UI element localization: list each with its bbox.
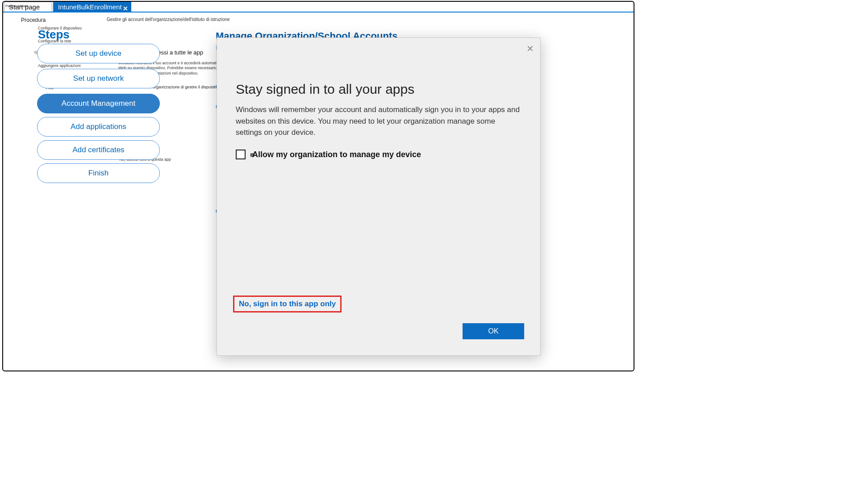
stay-signed-in-dialog: ✕ Stay signed in to all your apps Window… bbox=[217, 37, 541, 356]
checkbox-icon[interactable] bbox=[236, 150, 246, 159]
allow-manage-row[interactable]: ▩ Allow my organization to manage my dev… bbox=[236, 150, 421, 159]
link-only-label: No, sign in to this app only bbox=[239, 300, 336, 308]
tab-intune[interactable]: IntuneBulkEnrollment ✕ bbox=[53, 2, 131, 12]
tab-start-tiny: Pagina iniziale bbox=[5, 1, 29, 11]
ok-button[interactable]: OK bbox=[463, 323, 524, 339]
bg-add-app: Aggiungere applicazioni bbox=[38, 63, 81, 68]
ok-label: OK bbox=[488, 327, 498, 335]
step-setup-device[interactable]: Set up device bbox=[37, 44, 160, 63]
step-label: Set up network bbox=[73, 74, 124, 83]
step-label: Set up device bbox=[75, 49, 121, 58]
step-add-applications[interactable]: Add applications bbox=[37, 117, 160, 137]
step-account-management[interactable]: Account Management bbox=[37, 94, 160, 113]
steps-heading: Steps bbox=[38, 28, 70, 42]
sign-in-this-app-only-link[interactable]: No, sign in to this app only bbox=[233, 296, 342, 312]
tab-intune-label: IntuneBulkEnrollment bbox=[58, 3, 122, 11]
dialog-title: Stay signed in to all your apps bbox=[236, 82, 414, 97]
step-setup-network[interactable]: Set up network bbox=[37, 69, 160, 88]
close-icon[interactable]: ✕ bbox=[526, 43, 534, 54]
tab-strip: Pagina iniziale Start page IntuneBulkEnr… bbox=[3, 2, 634, 12]
allow-manage-label: Allow my organization to manage my devic… bbox=[252, 150, 421, 159]
step-label: Add certificates bbox=[72, 146, 124, 154]
step-label: Finish bbox=[88, 169, 108, 178]
step-label: Add applications bbox=[71, 122, 126, 131]
dialog-body: Windows will remember your account and a… bbox=[236, 104, 521, 138]
step-label: Account Management bbox=[62, 99, 135, 108]
step-finish[interactable]: Finish bbox=[37, 163, 160, 183]
procedura-label: Procedura bbox=[21, 17, 46, 23]
close-icon[interactable]: ✕ bbox=[123, 4, 128, 13]
step-add-certificates[interactable]: Add certificates bbox=[37, 140, 160, 160]
window-frame: Pagina iniziale Start page IntuneBulkEnr… bbox=[2, 1, 634, 371]
bg-subtitle: Gestire gli account dell'organizzazione/… bbox=[107, 17, 230, 22]
tab-start-page[interactable]: Pagina iniziale Start page bbox=[4, 2, 52, 12]
